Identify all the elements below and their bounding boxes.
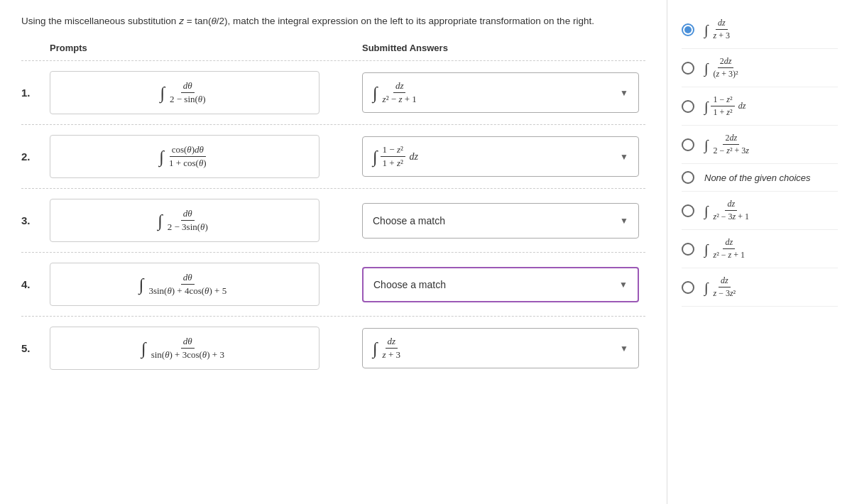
problem-row-4: 4. ∫ dθ 3sin(θ) + 4cos(θ) + 5 Choose a m… [21, 252, 645, 316]
answer-dropdown-1[interactable]: ∫ dz z² − z + 1 ▼ [362, 72, 639, 113]
dropdown-arrow-3: ▼ [620, 216, 628, 226]
prompt-math-1: ∫ dθ 2 − sin(θ) [160, 80, 209, 105]
sidebar-item-7[interactable]: ∫ dz z² − z + 1 [682, 230, 838, 268]
dropdown-arrow-1: ▼ [620, 88, 628, 98]
problem-number-3: 3. [21, 214, 50, 226]
problem-row-2: 2. ∫ cos(θ)dθ 1 + cos(θ) ∫ 1 − z² 1 + z²… [21, 124, 645, 188]
main-content: Using the miscellaneous substitution z =… [0, 0, 667, 504]
prompt-math-2: ∫ cos(θ)dθ 1 + cos(θ) [159, 144, 209, 169]
radio-btn-7[interactable] [682, 243, 694, 256]
problem-number-4: 4. [21, 278, 50, 290]
answer-dropdown-3[interactable]: Choose a match ▼ [362, 203, 639, 239]
problem-number-1: 1. [21, 87, 50, 99]
sidebar-math-3: ∫ 1 − z² 1 + z² dz [704, 94, 746, 118]
radio-btn-5[interactable] [682, 171, 694, 184]
sidebar-math-7: ∫ dz z² − z + 1 [704, 237, 748, 261]
dropdown-arrow-5: ▼ [620, 344, 628, 354]
radio-btn-4[interactable] [682, 138, 694, 151]
radio-btn-1[interactable] [682, 23, 694, 36]
prompt-math-3: ∫ dθ 2 − 3sin(θ) [158, 208, 212, 233]
headers-row: Prompts Submitted Answers [21, 43, 645, 53]
problem-row-5: 5. ∫ dθ sin(θ) + 3cos(θ) + 3 ∫ dz z + 3 … [21, 316, 645, 380]
header-answers: Submitted Answers [362, 43, 448, 53]
sidebar: ∫ dz z + 3 ∫ 2dz (z + 3)² ∫ [667, 0, 852, 504]
radio-btn-3[interactable] [682, 100, 694, 113]
radio-btn-8[interactable] [682, 281, 694, 294]
answer-math-5: ∫ dz z + 3 [373, 336, 404, 361]
none-choice-label: None of the given choices [704, 172, 811, 183]
prompt-math-5: ∫ dθ sin(θ) + 3cos(θ) + 3 [141, 336, 228, 361]
radio-btn-2[interactable] [682, 62, 694, 75]
sidebar-math-6: ∫ dz z² − 3z + 1 [704, 199, 753, 222]
sidebar-item-3[interactable]: ∫ 1 − z² 1 + z² dz [682, 87, 838, 126]
prompt-box-2: ∫ cos(θ)dθ 1 + cos(θ) [50, 135, 320, 178]
prompt-box-3: ∫ dθ 2 − 3sin(θ) [50, 199, 320, 242]
sidebar-item-4[interactable]: ∫ 2dz 2 − z² + 3z [682, 126, 838, 164]
sidebar-math-2: ∫ 2dz (z + 3)² [704, 56, 742, 80]
sidebar-item-5[interactable]: None of the given choices [682, 164, 838, 192]
prompt-box-4: ∫ dθ 3sin(θ) + 4cos(θ) + 5 [50, 263, 320, 306]
answer-dropdown-4[interactable]: Choose a match ▼ [362, 267, 639, 302]
prompt-box-5: ∫ dθ sin(θ) + 3cos(θ) + 3 [50, 327, 320, 370]
sidebar-math-4: ∫ 2dz 2 − z² + 3z [704, 133, 753, 156]
problem-row-1: 1. ∫ dθ 2 − sin(θ) ∫ dz z² − z + 1 ▼ [21, 60, 645, 124]
problem-row-3: 3. ∫ dθ 2 − 3sin(θ) Choose a match ▼ [21, 188, 645, 252]
sidebar-math-8: ∫ dz z − 3z² [704, 275, 739, 299]
answer-dropdown-5[interactable]: ∫ dz z + 3 ▼ [362, 328, 639, 368]
prompt-box-1: ∫ dθ 2 − sin(θ) [50, 71, 320, 114]
answer-math-2: ∫ 1 − z² 1 + z² dz [373, 144, 418, 169]
choose-match-label-4: Choose a match [373, 279, 446, 290]
radio-btn-6[interactable] [682, 204, 694, 217]
intro-text: Using the miscellaneous substitution z =… [21, 14, 645, 28]
problem-number-5: 5. [21, 342, 50, 354]
prompt-math-4: ∫ dθ 3sin(θ) + 4cos(θ) + 5 [139, 272, 230, 297]
header-prompts: Prompts [50, 43, 320, 53]
problem-number-2: 2. [21, 150, 50, 163]
dropdown-arrow-2: ▼ [620, 152, 628, 162]
dropdown-arrow-4: ▼ [619, 280, 628, 290]
sidebar-math-1: ∫ dz z + 3 [704, 18, 733, 41]
answer-math-1: ∫ dz z² − z + 1 [373, 80, 420, 105]
sidebar-item-6[interactable]: ∫ dz z² − 3z + 1 [682, 192, 838, 230]
sidebar-item-2[interactable]: ∫ 2dz (z + 3)² [682, 49, 838, 87]
sidebar-item-1[interactable]: ∫ dz z + 3 [682, 11, 838, 49]
answer-dropdown-2[interactable]: ∫ 1 − z² 1 + z² dz ▼ [362, 136, 639, 177]
choose-match-label-3: Choose a match [373, 215, 445, 226]
sidebar-item-8[interactable]: ∫ dz z − 3z² [682, 268, 838, 307]
